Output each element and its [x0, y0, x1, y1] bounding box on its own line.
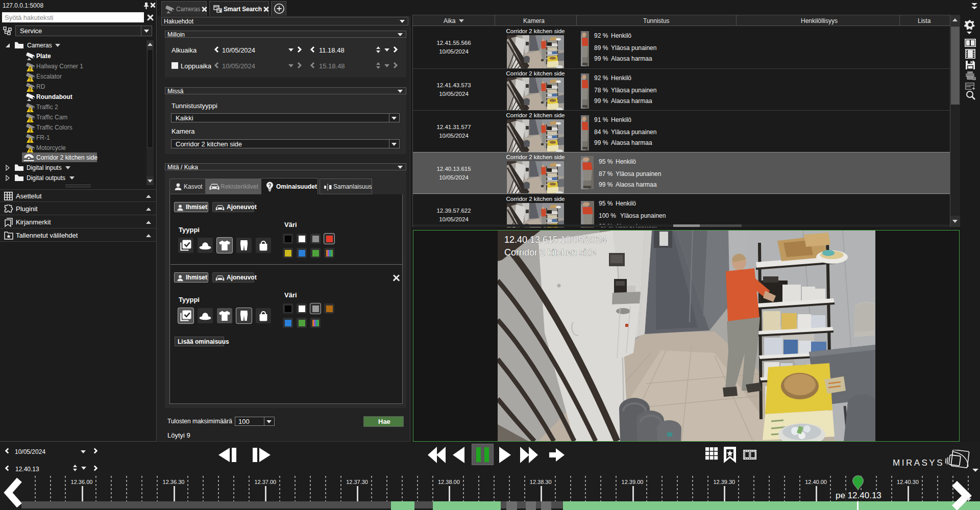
- svg-text:Corridor 2 kitchen side: Corridor 2 kitchen side: [504, 247, 596, 258]
- svg-text:12.40.13.615 10/05/2024: 12.40.13.615 10/05/2024: [504, 235, 606, 245]
